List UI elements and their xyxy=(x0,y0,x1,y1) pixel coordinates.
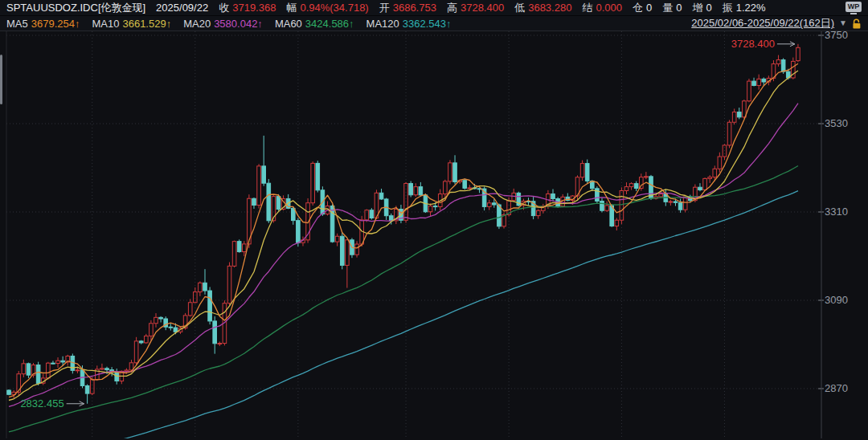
candle-body xyxy=(125,370,129,371)
candle-body xyxy=(139,341,143,343)
candle-body xyxy=(27,364,31,375)
ma-line-ma10 xyxy=(9,71,798,401)
quote-stat-label: 量 xyxy=(662,1,673,15)
candle-body xyxy=(242,244,246,252)
candle-body xyxy=(22,364,26,374)
candle-body xyxy=(762,79,766,82)
y-axis-label: 3530 xyxy=(825,117,848,129)
ma-indicator-bar: MA53679.254↑MA103661.529↑MA203580.042↑MA… xyxy=(0,16,868,31)
candle-body xyxy=(194,292,198,303)
quote-stat-label: 增 xyxy=(692,1,702,15)
wp-badge-stand xyxy=(850,13,857,14)
candle-body xyxy=(776,60,780,64)
candle-body xyxy=(311,163,315,202)
quote-stat-value: 0.000 xyxy=(596,2,622,14)
candle-body xyxy=(134,341,138,363)
candle-body xyxy=(605,206,609,210)
quote-stat-value: 3719.368 xyxy=(232,2,276,14)
candle-body xyxy=(276,197,280,210)
quote-stat: 低3683.280 xyxy=(514,1,571,15)
quote-stat-label: 高 xyxy=(447,1,457,15)
candle-body xyxy=(615,220,619,226)
candle-body xyxy=(433,206,437,207)
candle-body xyxy=(743,101,747,117)
candle-body xyxy=(580,164,584,177)
candle-body xyxy=(600,202,604,211)
candle-body xyxy=(76,370,80,371)
candle-body xyxy=(678,202,682,210)
quote-stat-value: 0 xyxy=(676,2,682,14)
ma-item: MA103661.529↑ xyxy=(92,18,171,30)
candle-body xyxy=(105,369,109,370)
left-scrollbar-thumb[interactable] xyxy=(0,55,2,104)
ma-item-label: MA10 xyxy=(92,18,119,30)
chevron-down-icon[interactable]: ▼ xyxy=(839,19,847,27)
candle-body xyxy=(100,369,104,369)
candle-body xyxy=(444,181,448,194)
candle-body xyxy=(737,112,741,117)
candle-body xyxy=(493,203,497,205)
candle-body xyxy=(718,157,722,169)
candle-body xyxy=(213,321,217,344)
candle-body xyxy=(629,184,633,187)
candle-body xyxy=(727,122,731,145)
quote-stat-value: 3686.753 xyxy=(393,2,436,14)
candle-body xyxy=(355,244,359,255)
quote-stat-label: 低 xyxy=(514,1,525,15)
candle-body xyxy=(551,194,555,198)
ma-item-value: 3679.254↑ xyxy=(31,18,80,30)
candle-body xyxy=(346,240,350,266)
candle-body xyxy=(149,324,154,336)
quote-stat-value: 0 xyxy=(646,2,652,14)
candlestick-chart[interactable]: 3728.4002832.455 xyxy=(0,31,868,438)
quote-stat-label: 振 xyxy=(723,1,733,15)
candle-body xyxy=(536,210,540,215)
quote-stat: 仓0 xyxy=(633,1,652,15)
candle-body xyxy=(713,169,717,177)
candle-body xyxy=(585,164,589,181)
ma-item: MA203580.042↑ xyxy=(183,18,263,30)
candle-body xyxy=(188,303,192,316)
candle-body xyxy=(227,266,231,303)
ma-line-ma5 xyxy=(9,63,798,397)
candles xyxy=(7,44,800,404)
wp-badge: WP xyxy=(845,2,862,12)
ma-values: MA53679.254↑MA103661.529↑MA203580.042↑MA… xyxy=(6,18,452,30)
y-axis-label: 2870 xyxy=(825,382,848,394)
ma-item: MA603424.586↑ xyxy=(275,18,354,30)
unlocked-padlock-icon[interactable] xyxy=(852,18,862,29)
candle-body xyxy=(468,188,472,189)
quote-stat: 开3686.753 xyxy=(379,1,436,15)
candle-body xyxy=(51,363,55,364)
candlestick-chart-area[interactable]: 3728.4002832.455 37503530331030902870 xyxy=(0,31,868,438)
candle-body xyxy=(448,163,452,181)
candle-body xyxy=(36,365,40,384)
quote-stat: 振1.22% xyxy=(723,1,766,15)
quote-stat: 量0 xyxy=(662,1,682,15)
candle-body xyxy=(297,221,301,243)
candle-body xyxy=(262,166,266,183)
ma-line-ma120 xyxy=(9,191,798,438)
ma-lines xyxy=(9,63,798,438)
candle-body xyxy=(453,163,457,182)
candle-body xyxy=(379,193,383,199)
candle-body xyxy=(698,187,702,189)
candle-body xyxy=(683,197,687,210)
candle-body xyxy=(199,283,203,291)
candle-body xyxy=(781,60,785,72)
candle-body xyxy=(674,202,678,202)
candle-body xyxy=(203,283,207,291)
candle-body xyxy=(154,317,158,323)
candle-body xyxy=(56,361,60,363)
ma-item-label: MA60 xyxy=(275,18,302,30)
y-axis-label: 3750 xyxy=(825,29,848,41)
quote-stat-label: 幅 xyxy=(286,1,297,15)
candle-body xyxy=(237,242,241,252)
candle-body xyxy=(115,373,119,381)
date-range-selector[interactable]: 2025/02/06-2025/09/22(162日) xyxy=(691,16,834,31)
candle-body xyxy=(708,177,712,179)
candle-body xyxy=(335,236,339,242)
candle-body xyxy=(463,181,467,189)
quote-stat-label: 结 xyxy=(582,1,592,15)
candle-body xyxy=(252,198,256,205)
